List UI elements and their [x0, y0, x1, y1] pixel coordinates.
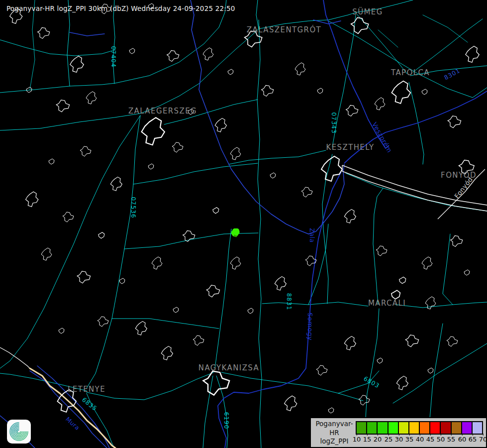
legend-color-cell	[389, 422, 398, 434]
legend-panel: Poganyvar-HR logZ_PPI dbZ 10 15 20 25 30…	[310, 417, 487, 448]
road-label-6190: 6190	[223, 412, 230, 430]
city-label-zalaszentgrot: ZALASZENTGRÓT	[247, 25, 321, 34]
white-boundary-layer	[0, 165, 487, 369]
legend-product-name: logZ_PPI	[313, 437, 356, 446]
legend-radar-name: Poganyvar-HR	[313, 420, 356, 437]
legend-tick-label: 50	[437, 436, 445, 443]
legend-color-cell	[420, 422, 429, 434]
legend-color-cell	[399, 422, 408, 434]
legend-color-cell	[473, 422, 482, 434]
city-label-zalaegerszeg: ZALAEGERSZEG	[128, 107, 197, 115]
city-label-nagykanizsa: NAGYKANIZSA	[198, 363, 259, 372]
legend-tick-label: 20	[374, 436, 382, 443]
legend-color-cell	[409, 422, 419, 434]
legend-color-cell	[462, 422, 472, 434]
radar-echo	[231, 228, 240, 237]
legend-tick-label: 45	[426, 436, 435, 443]
radar-viewport: Poganyvar-HR logZ_PPI 30km (dbZ) Wednesd…	[0, 0, 487, 448]
city-label-keszthely: KESZTHELY	[326, 143, 374, 152]
radar-spiral-icon	[7, 420, 31, 444]
legend-color-cell	[378, 422, 387, 434]
legend-tick-label: 55	[447, 436, 456, 443]
legend-tick-label: 65	[469, 436, 477, 443]
legend-tick-label: 15	[363, 436, 372, 443]
radar-title: Poganyvar-HR logZ_PPI 30km (dbZ) Wednesd…	[6, 4, 235, 12]
country-border-layer	[30, 368, 115, 448]
river-label-zala: Zala	[308, 228, 316, 242]
county-boundary-layer	[218, 0, 487, 448]
city-label-tapolca: TAPOLCA	[391, 68, 430, 77]
legend-tick-label: 40	[416, 436, 424, 443]
road-label-07536: 07536	[130, 197, 137, 218]
road-label-07343: 07343	[330, 112, 337, 133]
legend-tick-label: 30	[395, 436, 403, 443]
legend-color-cell	[430, 422, 440, 434]
legend-color-cell	[367, 422, 377, 434]
legend-title-block: Poganyvar-HR logZ_PPI dbZ	[313, 420, 356, 448]
legend-color-cell	[357, 422, 366, 434]
county-label-somogy: Somogy	[306, 313, 314, 340]
legend-color-cell	[441, 422, 450, 434]
legend-colorbar	[356, 421, 483, 435]
legend-color-cell	[452, 422, 461, 434]
settlement-outlines	[10, 3, 480, 413]
city-label-letenye: LETENYE	[68, 385, 105, 394]
legend-tick-label: 25	[385, 436, 393, 443]
legend-tick-label: 70	[479, 436, 487, 443]
legend-tick-label: 35	[405, 436, 414, 443]
map-canvas	[0, 0, 487, 448]
road-label-07404: 07404	[110, 46, 117, 67]
balaton-shoreline	[344, 91, 487, 163]
city-label-sumeg: SÜMEG	[352, 7, 383, 16]
legend-tick-label: 10	[353, 436, 361, 443]
road-label-8831: 8831	[286, 293, 292, 311]
legend-tick-label: 60	[458, 436, 467, 443]
radar-logo	[7, 420, 31, 444]
city-label-marcali: MARCALI	[368, 299, 406, 308]
legend-unit: dbZ	[313, 446, 356, 448]
